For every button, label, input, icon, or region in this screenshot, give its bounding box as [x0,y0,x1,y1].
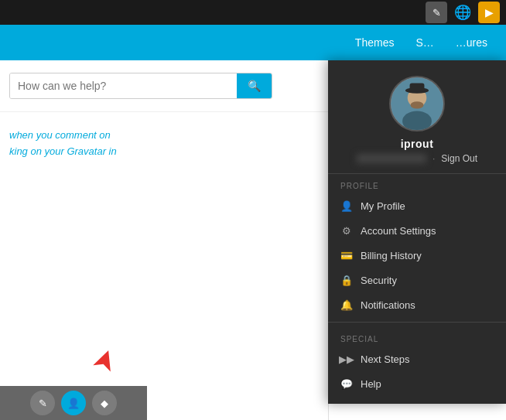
help-icon: 💬 [340,377,353,390]
top-bar: ✎ 🌐 ▶ [0,0,506,25]
toolbar-edit-btn[interactable]: ✎ [30,391,55,415]
dropdown-next-steps-label: Next Steps [361,353,410,365]
dropdown-help-label: Help [361,378,381,390]
steps-icon: ▶▶ [340,353,353,365]
dropdown-account-settings-label: Account Settings [361,225,436,237]
dropdown-billing-history-label: Billing History [361,250,422,261]
bell-icon: 🔔 [340,299,353,311]
dropdown-notifications-label: Notifications [361,299,415,311]
dropdown-separator: · [432,153,435,164]
nav-themes[interactable]: Themes [344,25,405,60]
lock-icon: 🔒 [340,274,353,286]
pen-icon[interactable]: ✎ [426,2,447,23]
svg-marker-0 [93,347,117,372]
dropdown-menu: iprout · Sign Out PROFILE 👤 My Profile ⚙… [328,60,506,404]
dropdown-username: iprout [401,138,434,150]
search-input-wrap: 🔍 [9,73,272,99]
svg-rect-5 [410,84,425,92]
search-input[interactable] [10,73,237,98]
svg-point-6 [411,101,424,108]
card-icon: 💳 [340,249,353,261]
arrow-indicator [89,346,120,380]
avatar [389,76,445,131]
toolbar-user-btn[interactable]: 👤 [61,391,86,415]
left-content: 🔍 when you comment on king on your Grava… [0,60,328,420]
dropdown-my-profile[interactable]: 👤 My Profile [328,193,506,218]
svg-point-3 [402,111,432,131]
search-button[interactable]: 🔍 [237,73,272,98]
dropdown-help[interactable]: 💬 Help [328,371,506,396]
dropdown-billing-history[interactable]: 💳 Billing History [328,243,506,268]
dropdown-account-settings[interactable]: ⚙ Account Settings [328,218,506,243]
toolbar-plus-btn[interactable]: ◆ [92,391,117,415]
dropdown-avatar-section: iprout · Sign Out [328,60,506,174]
dropdown-security-label: Security [361,275,397,286]
left-line1: when you comment on [9,129,111,141]
dropdown-notifications[interactable]: 🔔 Notifications [328,292,506,317]
user-icon: 👤 [340,200,353,212]
left-line2: king on your Gravatar in [9,145,117,157]
dropdown-signout-link[interactable]: Sign Out [441,153,477,164]
bottom-toolbar: ✎ 👤 ◆ [0,386,147,420]
search-bar: 🔍 [0,60,328,112]
dropdown-email-row: · Sign Out [357,153,477,164]
nav-bar: Themes S… …ures [0,25,506,60]
nav-second[interactable]: S… [405,25,444,60]
notification-icon[interactable]: ▶ [478,2,500,23]
profile-section-label: PROFILE [328,174,506,193]
dropdown-email [357,154,426,163]
globe-icon[interactable]: 🌐 [452,2,474,23]
left-text-area: when you comment on king on your Gravata… [0,112,328,176]
main-area: 🔍 when you comment on king on your Grava… [0,60,506,420]
dropdown-security[interactable]: 🔒 Security [328,268,506,292]
nav-features[interactable]: …ures [445,25,498,60]
gear-icon: ⚙ [340,224,353,237]
dropdown-next-steps[interactable]: ▶▶ Next Steps [328,347,506,371]
dropdown-divider [328,322,506,323]
special-section-label: SPECIAL [328,327,506,347]
dropdown-my-profile-label: My Profile [361,200,405,212]
